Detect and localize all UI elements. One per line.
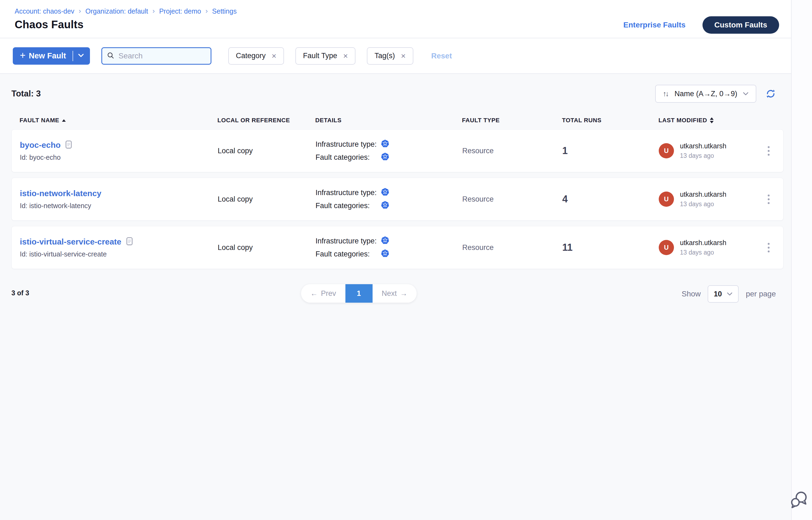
- breadcrumb-settings[interactable]: Settings: [212, 7, 237, 15]
- enterprise-faults-link[interactable]: Enterprise Faults: [624, 21, 686, 29]
- modified-by: utkarsh.utkarsh: [680, 142, 727, 150]
- avatar: U: [659, 143, 674, 158]
- infrastructure-type-label: Infrastructure type:: [315, 237, 381, 245]
- kebab-menu-icon[interactable]: [765, 240, 772, 255]
- fault-row: istio-network-latency Id: istio-network-…: [11, 178, 784, 220]
- filter-tags[interactable]: Tag(s) ×: [367, 47, 413, 64]
- total-count: Total: 3: [11, 89, 41, 99]
- local-or-reference-value: Local copy: [218, 147, 315, 155]
- kubernetes-icon: [381, 236, 389, 246]
- reset-filters-button[interactable]: Reset: [430, 51, 454, 60]
- page-summary: 3 of 3: [11, 289, 29, 297]
- total-runs-value: 4: [562, 193, 659, 205]
- breadcrumb-account[interactable]: Account: chaos-dev: [15, 7, 74, 15]
- sort-both-icon: [710, 118, 714, 123]
- sort-dropdown[interactable]: ↑↓ Name (A→Z, 0→9): [655, 85, 756, 103]
- document-icon[interactable]: [126, 237, 133, 246]
- local-or-reference-value: Local copy: [218, 195, 315, 204]
- filter-category-label: Category: [236, 52, 266, 60]
- per-page-label: per page: [746, 290, 776, 298]
- last-modified-cell: U utkarsh.utkarsh 13 days ago: [659, 239, 772, 256]
- kebab-menu-icon[interactable]: [765, 192, 772, 207]
- column-details: DETAILS: [315, 117, 462, 124]
- fault-name-cell: istio-network-latency Id: istio-network-…: [20, 189, 218, 210]
- column-fault-type: FAULT TYPE: [462, 117, 562, 124]
- kubernetes-icon: [381, 249, 389, 259]
- total-runs-value: 11: [562, 242, 659, 253]
- local-or-reference-value: Local copy: [218, 243, 315, 252]
- fault-row: istio-virtual-service-create Id: istio-v…: [11, 226, 784, 269]
- new-fault-label: New Fault: [29, 51, 66, 60]
- column-fault-name[interactable]: FAULT NAME: [20, 117, 218, 124]
- breadcrumb-project[interactable]: Project: demo: [159, 7, 201, 15]
- next-page-button[interactable]: Next →: [373, 284, 417, 303]
- chevron-down-icon: [743, 92, 749, 96]
- breadcrumb-organization[interactable]: Organization: default: [85, 7, 148, 15]
- fault-name-link[interactable]: istio-virtual-service-create: [20, 237, 122, 246]
- close-icon[interactable]: ×: [401, 52, 406, 60]
- page-header: Account: chaos-dev › Organization: defau…: [0, 0, 791, 38]
- search-input[interactable]: [118, 51, 206, 60]
- fault-type-value: Resource: [462, 147, 562, 155]
- modified-by: utkarsh.utkarsh: [680, 239, 727, 247]
- kubernetes-icon: [381, 201, 389, 211]
- refresh-icon: [765, 88, 776, 99]
- document-icon[interactable]: [66, 140, 72, 150]
- kebab-menu-icon[interactable]: [765, 144, 772, 158]
- table-header: FAULT NAME LOCAL OR REFERENCE DETAILS FA…: [11, 114, 784, 127]
- fault-row: byoc-echo Id: byoc-echo Local copy Infra…: [11, 129, 784, 172]
- search-icon: [106, 51, 115, 60]
- search-box: [101, 47, 211, 64]
- modified-date: 13 days ago: [680, 152, 727, 159]
- fault-name-cell: byoc-echo Id: byoc-echo: [20, 140, 218, 161]
- column-total-runs: TOTAL RUNS: [562, 117, 658, 124]
- details-cell: Infrastructure type: Fault categories:: [315, 236, 462, 259]
- fault-type-value: Resource: [462, 195, 562, 204]
- right-gutter: [791, 0, 812, 520]
- show-label: Show: [682, 290, 701, 298]
- toolbar: + New Fault Category × Fault Type ×: [0, 38, 791, 74]
- sort-value: Name (A→Z, 0→9): [675, 90, 737, 98]
- kubernetes-icon: [381, 188, 389, 198]
- list-footer: 3 of 3 ← Prev 1 Next → Show 10 per page: [11, 284, 784, 303]
- total-runs-value: 1: [562, 145, 659, 156]
- list-topbar: Total: 3 ↑↓ Name (A→Z, 0→9): [11, 85, 784, 103]
- avatar: U: [659, 191, 674, 207]
- fault-id: Id: byoc-echo: [20, 154, 218, 161]
- sort-asc-icon: [62, 119, 66, 122]
- chevron-right-icon: ›: [152, 7, 155, 15]
- fault-name-cell: istio-virtual-service-create Id: istio-v…: [20, 237, 218, 258]
- fault-name-link[interactable]: byoc-echo: [20, 140, 60, 150]
- close-icon[interactable]: ×: [343, 52, 348, 60]
- page-number-button[interactable]: 1: [346, 284, 373, 303]
- custom-faults-button[interactable]: Custom Faults: [703, 16, 779, 34]
- fault-id: Id: istio-network-latency: [20, 202, 218, 210]
- sort-arrows-icon: ↑↓: [663, 90, 668, 98]
- fault-categories-label: Fault categories:: [315, 202, 381, 210]
- pagination: ← Prev 1 Next →: [301, 284, 416, 303]
- filter-chips: Category × Fault Type × Tag(s) ×: [228, 47, 413, 64]
- details-cell: Infrastructure type: Fault categories:: [315, 139, 462, 162]
- fault-name-link[interactable]: istio-network-latency: [20, 189, 101, 198]
- fault-categories-label: Fault categories:: [315, 153, 381, 162]
- fault-type-value: Resource: [462, 243, 562, 252]
- fault-list-area: Total: 3 ↑↓ Name (A→Z, 0→9): [0, 74, 791, 520]
- fault-rows: byoc-echo Id: byoc-echo Local copy Infra…: [11, 129, 784, 269]
- chevron-down-icon: [727, 292, 733, 296]
- filter-fault-type[interactable]: Fault Type ×: [296, 47, 355, 64]
- page-size-control: Show 10 per page: [682, 285, 776, 303]
- chevron-down-icon[interactable]: [78, 54, 84, 58]
- button-divider: [73, 51, 73, 61]
- prev-page-button[interactable]: ← Prev: [301, 284, 346, 303]
- page-size-select[interactable]: 10: [708, 285, 739, 303]
- column-last-modified[interactable]: LAST MODIFIED: [658, 117, 772, 124]
- chat-widget-button[interactable]: [790, 491, 808, 511]
- refresh-button[interactable]: [765, 88, 776, 99]
- header-left: Account: chaos-dev › Organization: defau…: [15, 6, 237, 38]
- new-fault-button[interactable]: + New Fault: [13, 47, 90, 64]
- kubernetes-icon: [381, 139, 389, 149]
- last-modified-cell: U utkarsh.utkarsh 13 days ago: [659, 190, 772, 208]
- close-icon[interactable]: ×: [272, 52, 277, 60]
- modified-by: utkarsh.utkarsh: [680, 190, 727, 198]
- filter-category[interactable]: Category ×: [228, 47, 284, 64]
